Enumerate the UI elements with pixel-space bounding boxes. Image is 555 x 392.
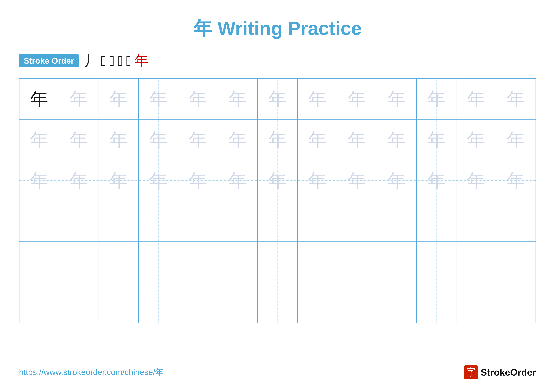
grid-cell[interactable] [99, 282, 139, 323]
grid-cell[interactable]: 年 [297, 78, 337, 119]
grid-cell[interactable]: 年 [59, 78, 99, 119]
grid-cell[interactable] [377, 242, 416, 282]
stroke-sequence: 丿 𠄐 𠃍 𠄌 𠄞 年 [84, 51, 149, 70]
grid-cell[interactable]: 年 [19, 160, 59, 201]
grid-cell[interactable]: 年 [258, 160, 297, 201]
grid-cell[interactable] [456, 282, 496, 323]
grid-cell[interactable] [337, 282, 377, 323]
grid-cell[interactable]: 年 [258, 78, 297, 119]
grid-cell[interactable] [139, 282, 178, 323]
grid-cell[interactable]: 年 [377, 119, 416, 160]
grid-cell[interactable] [59, 201, 99, 242]
footer: https://www.strokeorder.com/chinese/年 字 … [19, 365, 536, 379]
cell-character: 年 [30, 131, 48, 149]
grid-cell[interactable]: 年 [258, 119, 297, 160]
footer-logo: 字 StrokeOrder [464, 365, 536, 379]
cell-character: 年 [268, 131, 286, 149]
cell-character: 年 [348, 131, 366, 149]
grid-cell[interactable] [416, 282, 456, 323]
cell-character: 年 [507, 131, 525, 149]
logo-text: StrokeOrder [481, 367, 536, 378]
grid-cell[interactable]: 年 [218, 119, 258, 160]
grid-cell[interactable] [139, 242, 178, 282]
grid-cell[interactable]: 年 [377, 78, 416, 119]
grid-cell[interactable]: 年 [337, 78, 377, 119]
cell-character: 年 [229, 131, 247, 149]
grid-cell[interactable]: 年 [99, 160, 139, 201]
grid-cell[interactable]: 年 [218, 78, 258, 119]
grid-cell[interactable]: 年 [178, 78, 218, 119]
grid-cell[interactable]: 年 [59, 160, 99, 201]
grid-cell[interactable] [496, 201, 536, 242]
practice-grid: 年年年年年年年年年年年年年年年年年年年年年年年年年年年年年年年年年年年年年年年 [19, 78, 536, 323]
grid-cell[interactable] [178, 242, 218, 282]
cell-character: 年 [388, 171, 406, 190]
cell-character: 年 [308, 171, 326, 190]
stroke-3: 𠃍 [109, 53, 115, 69]
grid-cell[interactable] [297, 201, 337, 242]
grid-cell[interactable]: 年 [496, 119, 536, 160]
stroke-order-badge: Stroke Order [19, 54, 79, 67]
grid-cell[interactable] [456, 201, 496, 242]
cell-character: 年 [268, 171, 286, 190]
grid-cell[interactable] [139, 201, 178, 242]
grid-cell[interactable]: 年 [456, 78, 496, 119]
grid-cell[interactable]: 年 [456, 160, 496, 201]
grid-cell[interactable]: 年 [19, 119, 59, 160]
grid-cell[interactable]: 年 [416, 119, 456, 160]
grid-cell[interactable] [178, 282, 218, 323]
grid-cell[interactable]: 年 [496, 160, 536, 201]
grid-cell[interactable] [218, 201, 258, 242]
grid-cell[interactable]: 年 [416, 78, 456, 119]
grid-cell[interactable] [218, 242, 258, 282]
grid-cell[interactable] [59, 282, 99, 323]
grid-cell[interactable]: 年 [496, 78, 536, 119]
grid-cell[interactable] [416, 242, 456, 282]
grid-cell[interactable] [496, 242, 536, 282]
cell-character: 年 [467, 131, 485, 149]
grid-cell[interactable] [377, 282, 416, 323]
grid-cell[interactable] [496, 282, 536, 323]
grid-cell[interactable]: 年 [99, 119, 139, 160]
grid-cell[interactable] [377, 201, 416, 242]
grid-cell[interactable]: 年 [416, 160, 456, 201]
grid-cell[interactable]: 年 [456, 119, 496, 160]
grid-cell[interactable] [297, 242, 337, 282]
grid-cell[interactable]: 年 [19, 78, 59, 119]
grid-cell[interactable] [258, 282, 297, 323]
cell-character: 年 [30, 90, 48, 108]
grid-cell[interactable] [19, 242, 59, 282]
grid-cell[interactable]: 年 [59, 119, 99, 160]
grid-cell[interactable] [258, 242, 297, 282]
grid-cell[interactable] [178, 201, 218, 242]
grid-cell[interactable] [337, 242, 377, 282]
grid-cell[interactable]: 年 [337, 119, 377, 160]
grid-cell[interactable] [456, 242, 496, 282]
grid-cell[interactable]: 年 [218, 160, 258, 201]
grid-cell[interactable]: 年 [297, 160, 337, 201]
grid-cell[interactable]: 年 [178, 160, 218, 201]
grid-cell[interactable] [59, 242, 99, 282]
grid-cell[interactable]: 年 [377, 160, 416, 201]
grid-cell[interactable] [297, 282, 337, 323]
grid-cell[interactable]: 年 [139, 78, 178, 119]
grid-cell[interactable]: 年 [337, 160, 377, 201]
grid-cell[interactable] [99, 242, 139, 282]
cell-character: 年 [229, 171, 247, 190]
grid-cell[interactable] [19, 201, 59, 242]
grid-cell[interactable] [416, 201, 456, 242]
grid-cell[interactable]: 年 [139, 160, 178, 201]
grid-cell[interactable]: 年 [139, 119, 178, 160]
cell-character: 年 [467, 90, 485, 108]
grid-cell[interactable] [19, 282, 59, 323]
grid-cell[interactable]: 年 [297, 119, 337, 160]
grid-cell[interactable] [218, 282, 258, 323]
cell-character: 年 [149, 90, 167, 108]
grid-cell[interactable]: 年 [178, 119, 218, 160]
grid-cell[interactable] [258, 201, 297, 242]
grid-cell[interactable] [99, 201, 139, 242]
cell-character: 年 [388, 90, 406, 108]
cell-character: 年 [427, 90, 445, 108]
grid-cell[interactable] [337, 201, 377, 242]
grid-cell[interactable]: 年 [99, 78, 139, 119]
